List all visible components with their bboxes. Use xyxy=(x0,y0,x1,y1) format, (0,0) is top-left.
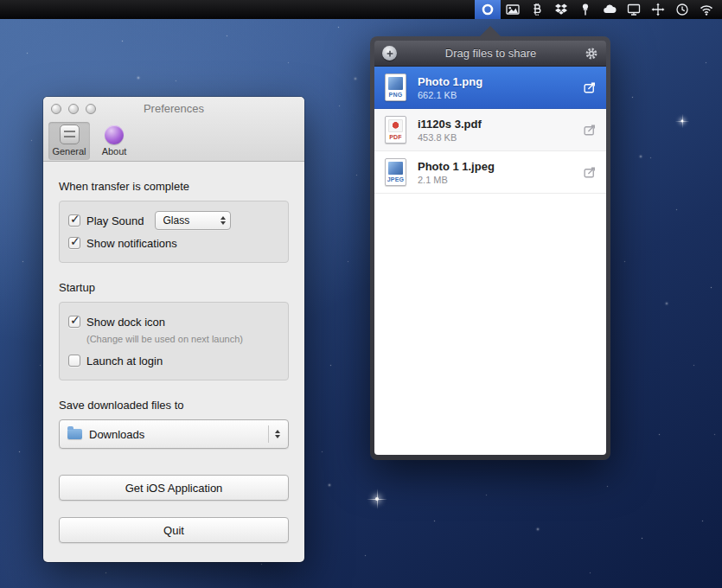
pdf-file-icon: PDF xyxy=(381,114,410,145)
settings-gear-button[interactable] xyxy=(585,47,598,61)
show-dock-icon-checkbox[interactable] xyxy=(68,316,80,328)
tab-label: General xyxy=(52,146,86,157)
file-type-label: PNG xyxy=(389,92,403,98)
transfer-heading: When transfer is complete xyxy=(59,180,289,193)
cloud-icon xyxy=(603,3,617,16)
share-button[interactable] xyxy=(582,80,597,95)
menubar-image-icon[interactable] xyxy=(501,0,525,19)
file-size: 2.1 MB xyxy=(418,175,582,185)
bitcoin-icon xyxy=(530,3,544,16)
close-button[interactable] xyxy=(51,104,61,114)
show-dock-icon-label: Show dock icon xyxy=(86,316,165,329)
file-text: Photo 1 1.jpeg 2.1 MB xyxy=(418,160,582,185)
menubar-dropbox-icon[interactable] xyxy=(549,0,573,19)
move-arrows-icon xyxy=(651,3,665,16)
document-page: JPEG xyxy=(385,158,406,186)
menubar-clock-icon[interactable] xyxy=(670,0,694,19)
popover-title: Drag files to share xyxy=(397,47,585,60)
share-button[interactable] xyxy=(582,123,597,137)
save-location-value: Downloads xyxy=(89,428,268,441)
file-type-label: JPEG xyxy=(387,176,404,182)
notifications-row: Show notifications xyxy=(68,232,279,254)
title-bar[interactable]: Preferences xyxy=(43,97,304,120)
sound-value: Glass xyxy=(163,214,220,227)
menubar-share-app-icon[interactable] xyxy=(475,0,501,19)
menu-bar xyxy=(0,0,722,19)
gear-icon xyxy=(585,47,598,61)
document-page: PNG xyxy=(385,74,406,101)
stepper-arrows-icon xyxy=(275,430,280,438)
about-icon xyxy=(105,125,124,144)
divider xyxy=(268,425,269,443)
preferences-pane: When transfer is complete Play Sound Gla… xyxy=(43,180,304,543)
play-sound-label: Play Sound xyxy=(86,214,144,227)
traffic-lights xyxy=(51,104,96,114)
save-heading: Save downloaded files to xyxy=(59,399,289,412)
bright-star xyxy=(375,497,379,501)
document-thumbnail xyxy=(388,162,403,175)
dropbox-icon xyxy=(554,3,568,16)
share-icon xyxy=(582,80,597,95)
file-name: Photo 1.png xyxy=(418,75,582,88)
tab-general[interactable]: General xyxy=(48,122,90,160)
get-ios-application-button[interactable]: Get iOS Application xyxy=(59,475,289,501)
tab-label: About xyxy=(102,146,127,157)
dock-icon-row: Show dock icon xyxy=(68,310,279,333)
save-location-dropdown[interactable]: Downloads xyxy=(59,419,289,449)
menubar-cloud-icon[interactable] xyxy=(597,0,622,19)
file-row-i1120s-pdf[interactable]: PDF i1120s 3.pdf 453.8 KB xyxy=(374,109,606,151)
file-row-photo-1-1-jpeg[interactable]: JPEG Photo 1 1.jpeg 2.1 MB xyxy=(374,151,606,194)
document-thumbnail xyxy=(388,77,403,90)
add-file-button[interactable] xyxy=(382,46,397,61)
file-list: PNG Photo 1.png 662.1 KB PDF xyxy=(374,67,606,455)
sound-dropdown[interactable]: Glass xyxy=(155,211,231,230)
share-popover: Drag files to share PNG Photo 1.png 662.… xyxy=(370,36,610,460)
dock-icon-hint: (Change will be used on next launch) xyxy=(86,334,279,344)
file-text: Photo 1.png 662.1 KB xyxy=(418,75,582,100)
menubar-pin-icon[interactable] xyxy=(573,0,597,19)
share-icon xyxy=(582,123,597,137)
show-notifications-label: Show notifications xyxy=(86,237,177,250)
ring-icon xyxy=(481,3,495,16)
general-icon xyxy=(60,125,80,144)
window-chrome: Preferences General About xyxy=(43,97,304,162)
menubar-bitcoin-icon[interactable] xyxy=(525,0,549,19)
document-thumbnail xyxy=(388,119,403,132)
pin-icon xyxy=(578,3,592,16)
show-notifications-checkbox[interactable] xyxy=(68,237,80,249)
play-sound-checkbox[interactable] xyxy=(68,214,80,227)
file-name: Photo 1 1.jpeg xyxy=(418,160,582,173)
zoom-button[interactable] xyxy=(86,104,96,114)
startup-heading: Startup xyxy=(59,281,289,294)
transfer-groupbox: Play Sound Glass Show notifications xyxy=(59,201,289,263)
file-size: 662.1 KB xyxy=(418,90,582,100)
play-sound-row: Play Sound Glass xyxy=(68,209,279,232)
share-icon xyxy=(582,165,597,180)
clock-icon xyxy=(675,3,689,16)
file-size: 453.8 KB xyxy=(418,132,582,143)
jpeg-file-icon: JPEG xyxy=(381,157,410,188)
wifi-icon xyxy=(700,3,713,16)
folder-icon xyxy=(67,429,82,439)
document-page: PDF xyxy=(385,116,406,144)
launch-at-login-label: Launch at login xyxy=(86,355,163,368)
launch-login-row: Launch at login xyxy=(68,349,279,372)
preferences-toolbar: General About xyxy=(43,120,304,161)
picture-icon xyxy=(506,3,520,16)
preferences-window: Preferences General About When transfer … xyxy=(43,97,304,562)
launch-at-login-checkbox[interactable] xyxy=(68,355,80,367)
minimize-button[interactable] xyxy=(68,104,79,114)
startup-groupbox: Show dock icon (Change will be used on n… xyxy=(59,302,289,380)
file-name: i1120s 3.pdf xyxy=(418,118,582,131)
menubar-display-icon[interactable] xyxy=(622,0,646,19)
display-icon xyxy=(627,3,641,16)
share-button[interactable] xyxy=(582,165,597,180)
menubar-wifi-icon[interactable] xyxy=(694,0,719,19)
file-text: i1120s 3.pdf 453.8 KB xyxy=(418,118,582,143)
file-type-label: PDF xyxy=(389,134,402,140)
menubar-move-icon[interactable] xyxy=(646,0,670,19)
quit-button[interactable]: Quit xyxy=(59,517,289,543)
tab-about[interactable]: About xyxy=(93,122,135,160)
file-row-photo-1-png[interactable]: PNG Photo 1.png 662.1 KB xyxy=(374,67,606,109)
popover-header: Drag files to share xyxy=(374,41,606,67)
